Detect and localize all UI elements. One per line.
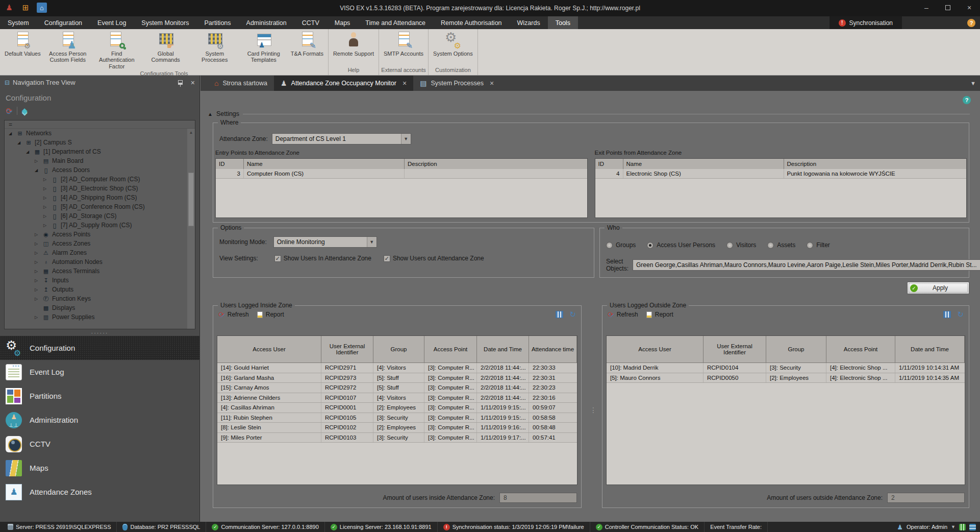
column-header[interactable]: Access Point — [826, 336, 895, 362]
tree-item[interactable]: [3] AD_Electronic Shop (CS) — [5, 184, 187, 193]
menu-item[interactable]: Time and Attendance — [358, 16, 433, 29]
ribbon-button[interactable]: Default Values — [2, 30, 43, 58]
tree-expander-icon[interactable] — [43, 214, 48, 219]
tree-item[interactable]: Alarm Zones — [5, 248, 187, 257]
menu-item[interactable]: Partitions — [196, 16, 238, 29]
refresh-button[interactable]: ⟳ Refresh — [218, 310, 249, 319]
tree-grip[interactable]: = — [5, 120, 195, 129]
tree-expander-icon[interactable] — [43, 186, 48, 191]
tree-expander-icon[interactable] — [35, 241, 40, 246]
tab-close-icon[interactable]: × — [400, 79, 407, 87]
table-row[interactable]: 4 Electronic Shop (CS) Punkt logowania n… — [595, 169, 967, 179]
table-row[interactable]: [13]: Adrienne Childers RCPID0107 [4]: V… — [217, 393, 577, 403]
close-button[interactable]: × — [964, 2, 975, 13]
tree-item[interactable]: Access Doors — [5, 165, 187, 175]
sidebar-module-item[interactable]: Event Log — [0, 360, 199, 384]
menu-item[interactable]: Event Log — [90, 16, 134, 29]
tree-expander-icon[interactable] — [35, 269, 40, 274]
radio-icon[interactable] — [606, 242, 613, 249]
select-objects-dropdown[interactable]: Green George,Casillas Ahriman,Mauro Conn… — [633, 259, 980, 271]
menu-item[interactable]: Configuration — [37, 16, 90, 29]
table-row[interactable]: [9]: Miles Porter RCPID0103 [3]: Securit… — [217, 433, 577, 443]
menu-item[interactable]: Remote Authorisation — [433, 16, 510, 29]
synchronisation-status-button[interactable]: ! Synchronisation — [830, 16, 902, 29]
horizontal-splitter[interactable] — [0, 329, 199, 336]
table-row[interactable]: [8]: Leslie Stein RCPID0102 [2]: Employe… — [217, 423, 577, 433]
layers-icon[interactable]: ◆ — [22, 106, 28, 115]
sidebar-module-item[interactable]: CCTV — [0, 432, 199, 456]
report-button[interactable]: Report — [257, 311, 284, 318]
tree-item[interactable]: Access Terminals — [5, 267, 187, 276]
column-header[interactable]: Description — [405, 159, 587, 169]
menu-item[interactable]: Tools — [548, 16, 578, 29]
table-row[interactable]: [10]: Madrid Derrik RCPID0104 [3]: Secur… — [607, 363, 965, 373]
attendance-zone-dropdown[interactable]: Department of CS Level 1 ▼ — [272, 133, 411, 144]
tree-item[interactable]: [2] Campus S — [5, 138, 187, 147]
who-radio[interactable]: Assets — [767, 241, 795, 249]
tree-expander-icon[interactable] — [35, 260, 40, 264]
sidebar-module-item[interactable]: Administration — [0, 408, 199, 432]
tree-item[interactable]: [7] AD_Supply Room (CS) — [5, 221, 187, 230]
maximize-button[interactable] — [942, 2, 953, 13]
menu-item[interactable]: Wizards — [510, 16, 548, 29]
tree-item[interactable]: Function Keys — [5, 294, 187, 303]
table-row[interactable]: [15]: Carnay Amos RCPID2972 [5]: Stuff [… — [217, 383, 577, 393]
tree-expander-icon[interactable] — [35, 168, 40, 173]
ribbon-button[interactable]: System Options — [431, 30, 475, 58]
pin-icon[interactable] — [178, 80, 183, 85]
radio-icon[interactable] — [767, 242, 774, 249]
tree-expander-icon[interactable] — [43, 223, 48, 228]
tree-item[interactable]: Automation Nodes — [5, 257, 187, 267]
who-radio[interactable]: Access User Persons — [647, 241, 715, 249]
scrollbar-thumb[interactable] — [188, 173, 194, 226]
table-row[interactable]: 3 Computer Room (CS) — [216, 169, 587, 179]
refresh-icon[interactable]: ⟳ — [6, 106, 12, 115]
table-row[interactable]: [11]: Rubin Stephen RCPID0105 [3]: Secur… — [217, 413, 577, 423]
document-tab[interactable]: Attendance Zone Occupancy Monitor × — [274, 76, 413, 91]
sidebar-module-item[interactable]: Partitions — [0, 384, 199, 408]
who-radio[interactable]: Filter — [807, 241, 830, 249]
tree-item[interactable]: Networks — [5, 129, 187, 138]
tree-item[interactable]: Main Board — [5, 156, 187, 165]
radio-icon[interactable] — [647, 242, 654, 249]
close-panel-icon[interactable]: × — [191, 79, 195, 87]
ribbon-button[interactable]: T&A Formats — [288, 30, 326, 58]
tree-item[interactable]: Power Supplies — [5, 312, 187, 322]
hierarchy-icon[interactable]: ⊞ — [20, 3, 31, 13]
column-header[interactable]: Date and Time — [895, 336, 965, 362]
scroll-up-icon[interactable]: ▲ — [189, 129, 193, 136]
tree-item[interactable]: Access Points — [5, 230, 187, 239]
menu-item[interactable]: CCTV — [294, 16, 327, 29]
column-header[interactable]: ID — [595, 159, 623, 169]
column-header[interactable]: Access User — [607, 336, 703, 362]
menu-item[interactable]: System — [0, 16, 37, 29]
reload-icon[interactable]: ↻ — [957, 310, 964, 319]
column-header[interactable]: Name — [623, 159, 784, 169]
ribbon-button[interactable]: System Processes — [190, 30, 239, 64]
settings-collapse-header[interactable]: ▲ Settings — [208, 110, 970, 117]
ribbon-button[interactable]: Access Person Custom Fields — [43, 30, 92, 64]
column-header[interactable]: Date and Time — [477, 336, 529, 362]
document-tab[interactable]: Strona startowa × — [208, 76, 274, 91]
reload-icon[interactable]: ↻ — [569, 310, 576, 319]
show-users-out-checkbox[interactable]: ✓ — [384, 255, 390, 262]
tree-item[interactable]: [6] AD_Storage (CS) — [5, 211, 187, 221]
column-chooser-icon[interactable] — [943, 311, 951, 318]
radio-icon[interactable] — [726, 242, 733, 249]
menu-item[interactable]: System Monitors — [134, 16, 196, 29]
refresh-button[interactable]: ⟳ Refresh — [608, 310, 638, 319]
ribbon-button[interactable]: Global Commands — [141, 30, 190, 64]
ribbon-button[interactable]: Find Authentication Factor — [92, 30, 141, 70]
tree-expander-icon[interactable] — [9, 131, 14, 136]
column-header[interactable]: Access Point — [424, 336, 477, 362]
column-chooser-icon[interactable] — [556, 311, 563, 318]
dropdown-arrow-icon[interactable]: ▼ — [401, 134, 411, 144]
minimize-button[interactable]: – — [921, 2, 932, 13]
tree-item[interactable]: [5] AD_Conference Room (CS) — [5, 202, 187, 211]
column-header[interactable]: ID — [216, 159, 244, 169]
tree-expander-icon[interactable] — [35, 315, 40, 320]
tree-item[interactable]: [1] Department of CS — [5, 147, 187, 156]
tree-scrollbar[interactable]: ▲ — [187, 129, 195, 329]
table-row[interactable]: [5]: Mauro Connors RCPID0050 [2]: Employ… — [607, 373, 965, 383]
help-icon-content[interactable]: ? — [963, 96, 971, 104]
